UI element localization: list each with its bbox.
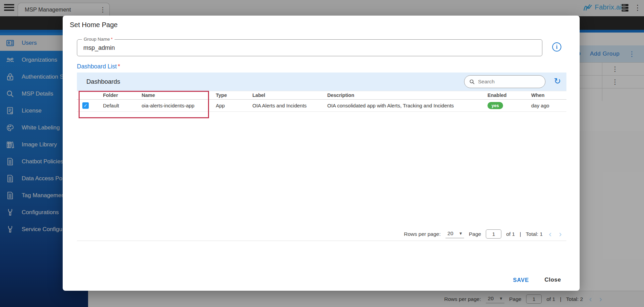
dashboard-row[interactable]: ✓ Default oia-alerts-incidents-app App O… xyxy=(77,100,566,112)
rows-per-page-label: Rows per page: xyxy=(404,231,441,237)
page-of-text: of 1 xyxy=(506,231,515,237)
rows-per-page-value: 20 xyxy=(448,230,453,237)
set-home-page-dialog: Set Home Page Group Name* i Dashboard Li… xyxy=(63,16,580,291)
page-label: Page xyxy=(469,231,481,237)
column-header-description[interactable]: Description xyxy=(327,93,487,98)
rows-per-page-select[interactable]: 20 ▼ xyxy=(445,230,464,238)
info-icon[interactable]: i xyxy=(552,42,561,52)
search-icon xyxy=(469,79,475,85)
group-name-input[interactable] xyxy=(77,40,542,56)
column-header-type[interactable]: Type xyxy=(215,93,252,98)
dashboards-search[interactable] xyxy=(464,75,545,88)
pagination-divider: | xyxy=(520,231,521,237)
dashboards-panel: Dashboards ↻ Folder Name Type Label xyxy=(77,73,566,241)
cell-description: OIA consolidated app with Alerts, Tracki… xyxy=(327,103,487,108)
group-name-field: Group Name* xyxy=(77,39,542,56)
cell-type: App xyxy=(215,103,252,108)
dashboards-pagination: Rows per page: 20 ▼ Page of 1 | Total: 1… xyxy=(404,229,563,239)
column-header-when[interactable]: When xyxy=(531,93,566,98)
column-header-name[interactable]: Name xyxy=(141,93,215,98)
chevron-left-icon[interactable]: ‹ xyxy=(547,230,553,238)
cell-folder: Default xyxy=(102,103,141,108)
page-input[interactable] xyxy=(486,229,501,239)
close-button[interactable]: Close xyxy=(544,277,561,283)
cell-when: day ago xyxy=(531,103,566,108)
group-name-label: Group Name* xyxy=(82,37,115,42)
row-checkbox-checked[interactable]: ✓ xyxy=(82,102,89,109)
enabled-badge: yes xyxy=(487,102,503,109)
column-header-enabled[interactable]: Enabled xyxy=(487,93,531,98)
dialog-actions: SAVE Close xyxy=(513,277,561,283)
dashboards-table-header: Folder Name Type Label Description Enabl… xyxy=(77,91,566,100)
required-asterisk: * xyxy=(111,37,112,42)
dialog-title: Set Home Page xyxy=(70,21,118,29)
cell-label: OIA Alerts and Incidents xyxy=(252,103,327,108)
cell-name: oia-alerts-incidents-app xyxy=(141,103,215,108)
total-text: Total: 1 xyxy=(526,231,543,237)
column-header-folder[interactable]: Folder xyxy=(102,93,141,98)
app-root: MSP Management ⋮ Fabrix.ai xyxy=(0,0,644,307)
chevron-right-icon[interactable]: › xyxy=(558,230,563,238)
save-button[interactable]: SAVE xyxy=(513,277,529,283)
chevron-down-icon: ▼ xyxy=(459,231,463,236)
dashboards-title: Dashboards xyxy=(86,78,120,85)
required-asterisk: * xyxy=(118,63,120,70)
dashboards-panel-header: Dashboards ↻ xyxy=(77,73,566,91)
refresh-icon[interactable]: ↻ xyxy=(554,77,561,85)
search-input[interactable] xyxy=(478,79,532,85)
dashboard-list-label: Dashboard List* xyxy=(77,63,120,70)
column-header-label[interactable]: Label xyxy=(252,93,327,98)
